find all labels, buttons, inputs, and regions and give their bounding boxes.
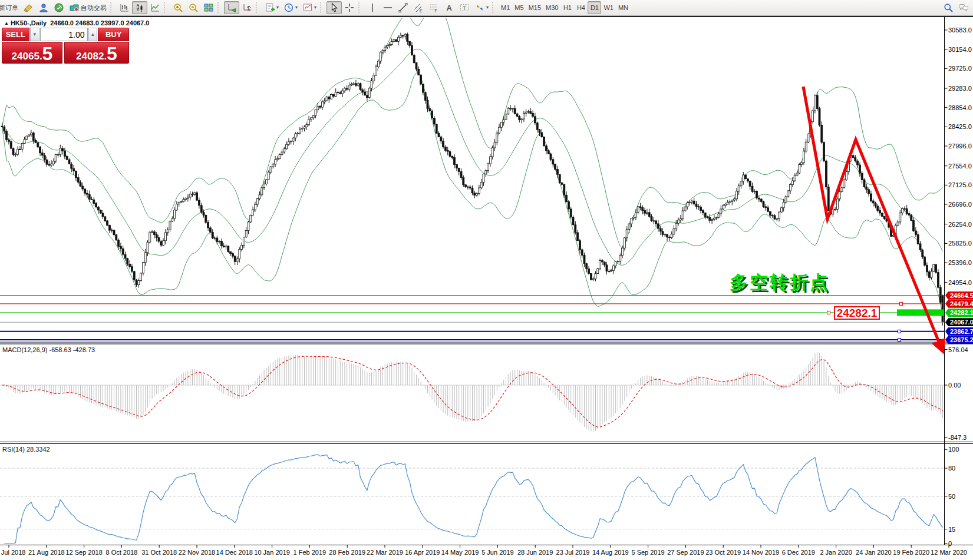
chart-shift-button[interactable]	[239, 1, 255, 14]
tf-m1-button[interactable]: M1	[499, 1, 512, 14]
auto-trading-button-label: 自动交易	[81, 4, 107, 12]
clock-icon	[283, 2, 294, 13]
volume-increase-button[interactable]: ▲	[88, 28, 98, 41]
candle-chart-button[interactable]	[132, 1, 147, 14]
signals-button[interactable]	[51, 1, 67, 14]
bar-chart-button[interactable]	[117, 1, 132, 14]
templates-button[interactable]: ▾	[300, 1, 319, 14]
tf-mn-button-label: MN	[618, 4, 628, 11]
tf-h4-button-label: H4	[577, 4, 585, 11]
tf-d1-button[interactable]: D1	[588, 1, 601, 14]
vline-icon	[367, 2, 378, 13]
trendline-button[interactable]	[395, 1, 411, 14]
addind-icon	[265, 2, 275, 13]
date-tick-label: 31 Oct 2018	[141, 549, 177, 556]
date-tick-label: 5 Jun 2019	[481, 549, 513, 556]
date-tick-label: 8 Oct 2018	[105, 549, 137, 556]
tf-m5-button[interactable]: M5	[512, 1, 526, 14]
bars-icon	[119, 2, 130, 13]
toolbar-group-grip	[320, 2, 324, 13]
search-icon	[943, 2, 954, 13]
tf-d1-button-label: D1	[591, 4, 599, 11]
experts-button[interactable]	[36, 1, 51, 14]
cursor-button[interactable]	[326, 1, 342, 14]
date-tick-label: 22 Mar 2019	[367, 549, 403, 556]
date-tick-label: 5 Sep 2019	[631, 549, 664, 556]
auto-scroll-button[interactable]	[224, 1, 239, 14]
rsi-layer	[0, 455, 945, 544]
support-price-label[interactable]: 24282.1	[834, 306, 880, 320]
volume-input[interactable]	[40, 28, 88, 41]
tf-h1-button[interactable]: H1	[560, 1, 574, 14]
search-button[interactable]	[941, 1, 956, 14]
text-button[interactable]: A	[441, 1, 457, 14]
price-tick-label: 29725.0	[948, 65, 972, 72]
price-level-tag: 23862.7	[945, 327, 973, 336]
tf-mn-button[interactable]: MN	[616, 1, 631, 14]
new-order-button[interactable]: 新订单	[2, 1, 21, 14]
object-handle[interactable]	[898, 339, 901, 342]
date-tick-label: 27 Sep 2019	[667, 549, 704, 556]
horizontal-line-button[interactable]	[380, 1, 395, 14]
date-tick-label: 12 Mar 2020	[931, 549, 967, 556]
fibonacci-button[interactable]: F	[426, 1, 441, 14]
zoom-in-button[interactable]	[170, 1, 186, 14]
tf-h1-button-label: H1	[563, 4, 572, 11]
toolbar-group-grip	[256, 2, 260, 13]
tf-m30-button[interactable]: M30	[543, 1, 560, 14]
tile-icon	[203, 2, 214, 13]
channel-button[interactable]: E	[411, 1, 426, 14]
crosshair-button[interactable]	[342, 1, 357, 14]
date-tick-label: 6 Dec 2019	[782, 549, 815, 556]
price-tick-label: 28854.0	[948, 104, 972, 111]
date-tick-label: 28 Feb 2019	[329, 549, 365, 556]
object-handle[interactable]	[900, 302, 903, 305]
tf-m15-button[interactable]: M15	[526, 1, 543, 14]
tf-h4-button[interactable]: H4	[574, 1, 588, 14]
rsi-tick-label: 0	[948, 540, 952, 547]
tf-w1-button[interactable]: W1	[601, 1, 616, 14]
buy-price-main: 24082	[76, 51, 104, 62]
macd-tick-label: 0.00	[948, 382, 961, 389]
sell-price-panel[interactable]: 24065.5	[2, 42, 62, 64]
vertical-line-button[interactable]	[365, 1, 380, 14]
sell-price-main: 24065	[12, 51, 39, 62]
auto-trading-button[interactable]: 自动交易	[67, 1, 109, 14]
sell-button[interactable]: SELL	[2, 28, 29, 41]
toolbar-bottom-edge	[0, 16, 973, 17]
price-tick-label: 29283.0	[948, 85, 972, 92]
date-tick-label: 23 Oct 2019	[705, 549, 741, 556]
arrows-button[interactable]: ▾	[472, 1, 491, 14]
chat-button[interactable]	[956, 1, 971, 14]
object-handle[interactable]	[827, 311, 830, 314]
text-label-button[interactable]: T	[457, 1, 472, 14]
support-band[interactable]	[897, 309, 944, 316]
price-tick-label: 26254.0	[948, 221, 972, 228]
zoom-out-button[interactable]	[186, 1, 201, 14]
date-tick-label: 14 May 2019	[441, 549, 479, 556]
tf-m5-button-label: M5	[514, 4, 523, 11]
price-level-tag: 24664.5	[945, 291, 973, 300]
indicators-button[interactable]: ▾	[262, 1, 281, 14]
object-handle[interactable]	[898, 330, 901, 333]
labelT-icon: T	[459, 2, 470, 13]
date-tick-label: 28 Jun 2019	[517, 549, 553, 556]
toolbar-group-grip	[358, 2, 362, 13]
tile-windows-button[interactable]	[201, 1, 216, 14]
date-tick-label: 30 Jul 2018	[0, 549, 25, 556]
periods-button[interactable]: ▾	[281, 1, 300, 14]
volume-decrease-button[interactable]: ▼	[30, 28, 39, 41]
buy-price-panel[interactable]: 24082.5	[64, 42, 129, 64]
svg-text:T: T	[463, 5, 466, 11]
eraser-button[interactable]	[21, 1, 36, 14]
symbol-marker-icon: ▲	[4, 21, 9, 26]
template-icon	[302, 2, 313, 13]
tf-m1-button-label: M1	[501, 4, 510, 11]
toolbar-group-grip	[217, 2, 222, 13]
line-chart-button[interactable]	[147, 1, 163, 14]
hline-icon	[382, 2, 393, 13]
price-level-tag: 23675.2	[945, 336, 973, 344]
ohlc-values: 24660.0 24683.0 23997.0 24067.0	[50, 19, 149, 26]
buy-button[interactable]: BUY	[98, 28, 129, 41]
arrows-icon	[474, 2, 485, 13]
